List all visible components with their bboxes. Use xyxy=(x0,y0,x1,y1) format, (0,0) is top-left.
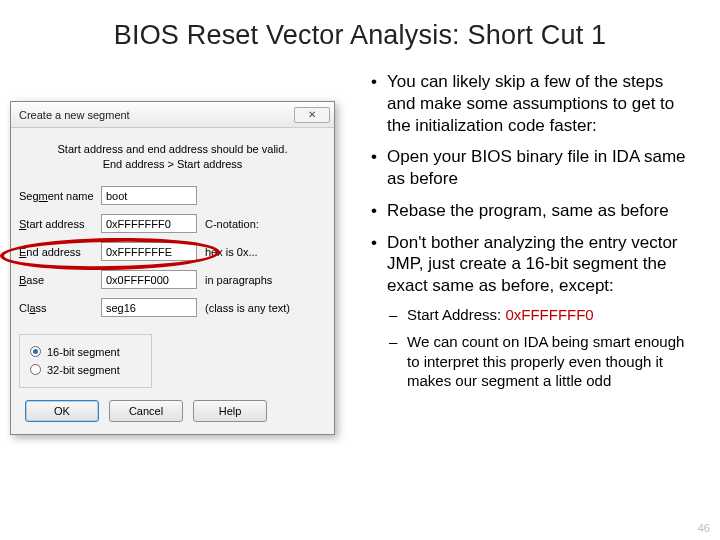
sub-bullet-item: We can count on IDA being smart enough t… xyxy=(387,332,695,391)
create-segment-dialog: Create a new segment ✕ Start address and… xyxy=(10,101,335,435)
input-end-address[interactable]: 0xFFFFFFFE xyxy=(101,242,197,261)
close-button[interactable]: ✕ xyxy=(294,107,330,123)
row-end-address: End address 0xFFFFFFFE hex is 0x... xyxy=(19,240,326,264)
input-base[interactable]: 0x0FFFF000 xyxy=(101,270,197,289)
bullet-column: You can likely skip a few of the steps a… xyxy=(345,71,700,435)
note-cnotation: C-notation: xyxy=(205,218,259,230)
radio-icon xyxy=(30,364,41,375)
dialog-title: Create a new segment xyxy=(19,109,294,121)
radio-16bit-label: 16-bit segment xyxy=(47,346,120,358)
screenshot-column: Create a new segment ✕ Start address and… xyxy=(10,71,345,435)
dialog-hint: Start address and end address should be … xyxy=(19,138,326,184)
bullet-item: You can likely skip a few of the steps a… xyxy=(367,71,695,136)
row-segment-name: Segment name boot xyxy=(19,184,326,208)
note-hex: hex is 0x... xyxy=(205,246,258,258)
label-class: Class xyxy=(19,302,101,314)
bullet-item: Don't bother analyzing the entry vector … xyxy=(367,232,695,391)
row-class: Class seg16 (class is any text) xyxy=(19,296,326,320)
bullet-text: Don't bother analyzing the entry vector … xyxy=(387,233,678,296)
radio-32bit-label: 32-bit segment xyxy=(47,364,120,376)
page-number: 46 xyxy=(698,522,710,534)
sub-bullet-item: Start Address: 0xFFFFFFF0 xyxy=(387,305,695,325)
start-address-value: 0xFFFFFFF0 xyxy=(505,306,593,323)
input-start-address[interactable]: 0xFFFFFFF0 xyxy=(101,214,197,233)
sub-text: Start Address: xyxy=(407,306,505,323)
hint-line2: End address > Start address xyxy=(103,158,243,170)
content-area: Create a new segment ✕ Start address and… xyxy=(0,61,720,435)
button-row: OK Cancel Help xyxy=(19,388,326,426)
input-class[interactable]: seg16 xyxy=(101,298,197,317)
radio-16bit[interactable]: 16-bit segment xyxy=(30,343,141,361)
input-segment-name[interactable]: boot xyxy=(101,186,197,205)
cancel-button[interactable]: Cancel xyxy=(109,400,183,422)
help-button[interactable]: Help xyxy=(193,400,267,422)
dialog-body: Start address and end address should be … xyxy=(11,128,334,434)
row-start-address: Start address 0xFFFFFFF0 C-notation: xyxy=(19,212,326,236)
dialog-titlebar: Create a new segment ✕ xyxy=(11,102,334,128)
label-base: Base xyxy=(19,274,101,286)
segment-type-group: 16-bit segment 32-bit segment xyxy=(19,334,152,388)
bullet-item: Rebase the program, same as before xyxy=(367,200,695,222)
bullet-item: Open your BIOS binary file in IDA same a… xyxy=(367,146,695,190)
row-base: Base 0x0FFFF000 in paragraphs xyxy=(19,268,326,292)
label-end-address: End address xyxy=(19,246,101,258)
radio-32bit[interactable]: 32-bit segment xyxy=(30,361,141,379)
label-start-address: Start address xyxy=(19,218,101,230)
note-class: (class is any text) xyxy=(205,302,290,314)
slide-title: BIOS Reset Vector Analysis: Short Cut 1 xyxy=(0,0,720,61)
note-paragraphs: in paragraphs xyxy=(205,274,272,286)
ok-button[interactable]: OK xyxy=(25,400,99,422)
hint-line1: Start address and end address should be … xyxy=(58,143,288,155)
label-segment-name: Segment name xyxy=(19,190,101,202)
radio-icon xyxy=(30,346,41,357)
